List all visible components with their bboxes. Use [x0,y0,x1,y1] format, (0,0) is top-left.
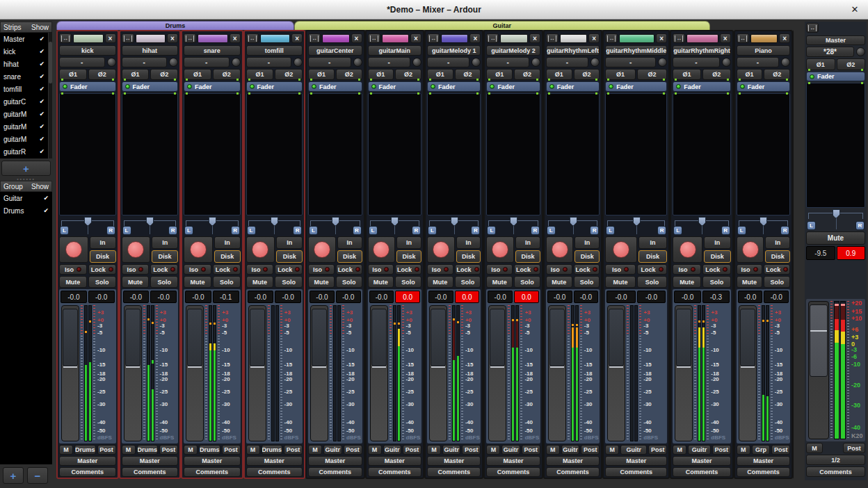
solo-lock-button[interactable]: Lock [88,264,116,275]
metering-point-button[interactable]: M [486,445,500,455]
channel-fader[interactable] [675,305,693,441]
master-mute-button[interactable]: Mute [806,231,865,245]
metering-point-button[interactable]: M [122,445,136,455]
strip-color-bar[interactable] [441,34,468,43]
trim-select-button[interactable]: - [59,57,105,67]
gain-display[interactable]: -0.0 [61,291,87,303]
pan-left-button[interactable]: L [122,226,131,235]
pan-right-button[interactable]: R [855,221,865,230]
fader-processor-entry[interactable]: Fader [308,81,362,92]
trim-select-button[interactable]: - [122,57,168,67]
peak-display[interactable]: -0.0 [88,291,115,303]
pan-left-button[interactable]: L [369,226,378,235]
gain-display[interactable]: -0.0 [488,291,513,303]
strip-close-icon[interactable]: × [167,33,178,43]
strip-name-button[interactable]: guitarRhythmMiddle [605,45,667,56]
solo-isolate-button[interactable]: Iso [486,264,513,275]
channel-fader[interactable] [739,305,757,441]
channel-fader[interactable] [61,305,79,441]
strip-name-button[interactable]: guitarMelody 1 [427,45,481,56]
mute-button[interactable]: Mute [368,276,394,288]
solo-lock-button[interactable]: Lock [150,264,178,275]
pan-left-button[interactable]: L [247,226,256,235]
pan-right-button[interactable]: R [531,226,540,235]
processor-active-led[interactable] [676,84,681,89]
pan-control[interactable]: LR [605,217,667,235]
comments-button[interactable]: Comments [59,467,116,477]
fader-point-button[interactable]: Post [403,445,421,455]
strip-close-icon[interactable]: × [469,33,481,43]
monitor-disk-button[interactable]: Disk [337,250,362,263]
trim-select-button[interactable]: - [737,57,779,67]
monitor-input-button[interactable]: In [574,236,600,249]
solo-isolate-button[interactable]: Iso [122,264,150,275]
peak-display[interactable]: 0.0 [395,291,420,303]
processor-active-led[interactable] [549,84,554,89]
fader-processor-entry[interactable]: Fader [546,81,600,92]
trim-select-button[interactable]: - [546,57,588,67]
gain-display[interactable]: -0.0 [369,291,394,303]
solo-button[interactable]: Solo [764,276,790,288]
trim-select-button[interactable]: - [368,57,410,67]
processor-box[interactable] [122,93,179,215]
monitor-disk-button[interactable]: Disk [276,250,303,263]
comments-button[interactable]: Comments [546,467,600,477]
peak-display[interactable]: -0.0 [150,291,177,303]
pan-control[interactable]: LR [737,217,790,235]
scrollbar-handle[interactable] [49,42,52,83]
strip-name-button[interactable]: guitarMain [368,45,421,56]
processor-box[interactable] [486,93,540,215]
monitor-disk-button[interactable]: Disk [396,250,421,263]
solo-button[interactable]: Solo [336,276,362,288]
record-enable-button[interactable] [184,236,213,263]
trim-knob[interactable] [294,58,303,67]
metering-point-button[interactable]: M [59,445,73,455]
fader-processor-entry[interactable]: Fader [737,81,790,92]
trim-select-button[interactable]: - [486,57,529,67]
processor-active-led[interactable] [187,84,192,89]
add-strip-button[interactable]: + [1,161,51,176]
monitor-disk-button[interactable]: Disk [704,250,731,263]
processor-box[interactable] [546,93,600,215]
peak-display[interactable]: -0.0 [336,291,361,303]
fader-processor-entry[interactable]: Fader [59,81,116,92]
strip-list-item[interactable]: kick✔ [0,45,48,58]
fader-point-button[interactable]: Post [222,445,241,455]
fader-point-button[interactable]: Post [843,443,865,453]
pan-right-button[interactable]: R [353,226,362,235]
record-enable-button[interactable] [673,236,702,263]
master-gain-display[interactable]: -9.5 [806,246,835,260]
strip-close-icon[interactable]: × [656,33,667,43]
strip-close-icon[interactable]: × [351,33,362,43]
group-button[interactable]: Drums [199,445,220,455]
pan-control[interactable]: LR [673,217,731,235]
solo-isolate-button[interactable]: Iso [427,264,453,275]
pan-control[interactable]: LR [184,217,241,235]
strip-list-item[interactable]: Master✔ [0,33,48,45]
pan-control[interactable]: LR [427,217,481,235]
fader-handle[interactable] [431,309,446,366]
channel-fader[interactable] [607,305,625,441]
fader-handle[interactable] [676,309,691,366]
fader-handle[interactable] [609,309,624,366]
strip-width-icon[interactable]: ↔ [486,33,499,43]
processor-box[interactable] [184,93,241,215]
visible-checkmark-icon[interactable]: ✔ [39,98,45,105]
mute-button[interactable]: Mute [122,276,150,288]
trim-knob[interactable] [232,58,241,67]
fader-processor-entry[interactable]: Fader [427,81,481,92]
trim-knob[interactable] [722,58,731,67]
pan-control[interactable]: LR [546,217,600,235]
strip-width-icon[interactable]: ↔ [59,33,72,43]
processor-box[interactable] [427,93,481,215]
mute-button[interactable]: Mute [486,276,513,288]
solo-isolate-button[interactable]: Iso [673,264,701,275]
solo-button[interactable]: Solo [455,276,481,288]
strip-width-icon[interactable]: ↔ [184,33,196,43]
fader-processor-entry[interactable]: Fader [605,81,667,92]
pan-right-button[interactable]: R [412,226,421,235]
solo-lock-button[interactable]: Lock [514,264,540,275]
monitor-input-button[interactable]: In [456,236,481,249]
trim-select-button[interactable]: - [308,57,351,67]
fader-handle[interactable] [312,309,327,366]
